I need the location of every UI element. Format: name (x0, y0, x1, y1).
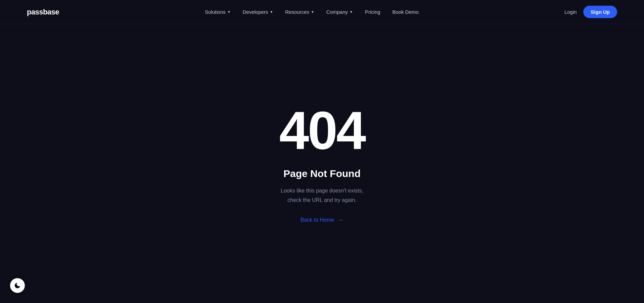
nav-item-solutions[interactable]: Solutions ▼ (205, 9, 231, 15)
nav-item-developers[interactable]: Developers ▼ (243, 9, 273, 15)
nav-center: Solutions ▼ Developers ▼ Resources ▼ Com… (205, 9, 419, 15)
nav-item-developers-label: Developers (243, 9, 268, 15)
chevron-down-icon: ▼ (350, 10, 353, 14)
error-title: Page Not Found (283, 168, 361, 179)
login-button[interactable]: Login (565, 9, 577, 15)
arrow-right-icon: → (337, 217, 343, 224)
chevron-down-icon: ▼ (311, 10, 314, 14)
back-home-label: Back to Home (301, 217, 334, 223)
brand-logo[interactable]: passbase (27, 8, 59, 16)
moon-icon (14, 282, 21, 289)
signup-button[interactable]: Sign Up (583, 6, 617, 18)
dark-mode-toggle-button[interactable] (10, 278, 25, 293)
error-code: 404 (279, 103, 365, 157)
nav-item-book-demo-label: Book Demo (392, 9, 419, 15)
chevron-down-icon: ▼ (227, 10, 231, 14)
nav-item-solutions-label: Solutions (205, 9, 226, 15)
back-home-link[interactable]: Back to Home → (301, 217, 343, 224)
nav-item-company-label: Company (326, 9, 348, 15)
nav-item-pricing-label: Pricing (365, 9, 380, 15)
error-description-line1: Looks like this page doesn't exists, (281, 188, 363, 193)
chevron-down-icon: ▼ (270, 10, 273, 14)
error-description: Looks like this page doesn't exists, che… (281, 186, 363, 204)
nav-item-book-demo[interactable]: Book Demo (392, 9, 419, 15)
nav-item-resources-label: Resources (285, 9, 309, 15)
nav-item-company[interactable]: Company ▼ (326, 9, 353, 15)
nav-item-resources[interactable]: Resources ▼ (285, 9, 314, 15)
main-content: 404 Page Not Found Looks like this page … (0, 24, 644, 303)
nav-item-pricing[interactable]: Pricing (365, 9, 380, 15)
nav-right: Login Sign Up (565, 6, 617, 18)
navbar: passbase Solutions ▼ Developers ▼ Resour… (0, 0, 644, 24)
error-description-line2: check the URL and try again. (287, 197, 357, 203)
